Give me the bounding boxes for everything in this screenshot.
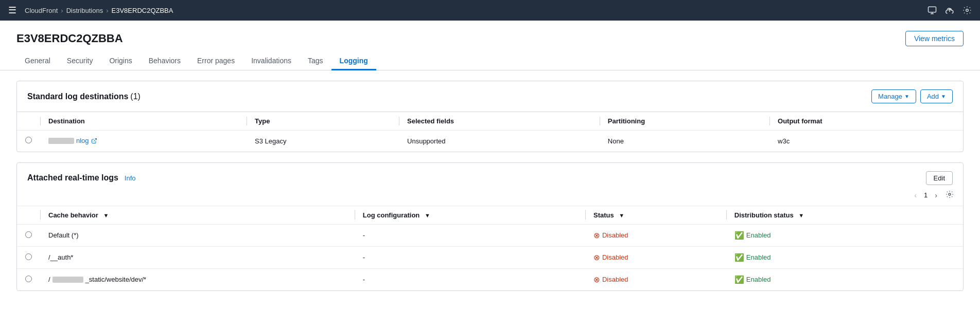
row-destination: nlog — [40, 131, 247, 152]
tab-general[interactable]: General — [16, 52, 59, 70]
hamburger-menu[interactable]: ☰ — [8, 5, 16, 16]
page-title: E3V8ERDC2QZBBA — [16, 32, 123, 45]
rt-col-status: Status ▼ — [585, 206, 726, 225]
rt-col-select — [17, 206, 40, 225]
settings-icon[interactable] — [962, 6, 972, 15]
rt-row3-radio[interactable] — [17, 268, 40, 290]
tabs-bar: General Security Origins Behaviors Error… — [0, 52, 980, 70]
row-partitioning: None — [600, 131, 769, 152]
cloud-upload-icon[interactable] — [945, 6, 954, 15]
disabled-icon: ⊗ — [593, 275, 600, 284]
prev-page-button[interactable]: ‹ — [911, 190, 920, 200]
table-row: nlog S3 Legacy Unsupported None w3c — [17, 131, 963, 152]
redacted-text — [48, 138, 74, 144]
col-destination: Destination — [40, 112, 247, 131]
manage-label: Manage — [878, 93, 902, 100]
screen-icon[interactable] — [927, 6, 937, 15]
next-page-button[interactable]: › — [932, 190, 940, 200]
rt-row1-cache-behavior: Default (*) — [40, 224, 355, 246]
breadcrumb: CloudFront › Distributions › E3V8ERDC2QZ… — [25, 7, 173, 14]
realtime-logs-title: Attached real-time logs — [27, 173, 118, 182]
col-type: Type — [247, 112, 399, 131]
status-label: Disabled — [602, 253, 628, 261]
tab-invalidations[interactable]: Invalidations — [243, 52, 300, 70]
realtime-logs-section: Attached real-time logs Info Edit ‹ 1 › … — [16, 162, 964, 291]
add-caret: ▼ — [941, 94, 946, 99]
row-radio[interactable] — [17, 131, 40, 152]
standard-logs-actions: Manage ▼ Add ▼ — [871, 89, 953, 103]
rt-row1-status: ⊗ Disabled — [585, 224, 726, 246]
rt-col-dist-status: Distribution status ▼ — [726, 206, 963, 225]
realtime-logs-header: Attached real-time logs Info Edit — [17, 163, 963, 185]
tab-error-pages[interactable]: Error pages — [189, 52, 243, 70]
top-navigation: ☰ CloudFront › Distributions › E3V8ERDC2… — [0, 0, 980, 21]
tab-origins[interactable]: Origins — [101, 52, 140, 70]
external-link-icon — [91, 138, 97, 144]
view-metrics-button[interactable]: View metrics — [905, 31, 964, 46]
status-label: Disabled — [602, 276, 628, 283]
svg-point-1 — [966, 9, 969, 12]
enabled-icon: ✅ — [734, 275, 744, 284]
status-sort[interactable]: ▼ — [619, 212, 624, 218]
breadcrumb-current: E3V8ERDC2QZBBA — [112, 7, 173, 14]
page-header: E3V8ERDC2QZBBA View metrics — [0, 21, 980, 52]
realtime-logs-table: Cache behavior ▼ Log configuration ▼ Sta… — [17, 206, 963, 290]
dist-status-sort[interactable]: ▼ — [798, 212, 804, 218]
tab-logging[interactable]: Logging — [331, 52, 376, 70]
row-output-format: w3c — [769, 131, 963, 152]
breadcrumb-distributions[interactable]: Distributions — [66, 7, 103, 14]
table-settings-button[interactable] — [944, 189, 955, 202]
rt-row2-dist-status: ✅ Enabled — [726, 246, 963, 268]
disabled-icon: ⊗ — [593, 231, 600, 240]
rt-row3-status: ⊗ Disabled — [585, 268, 726, 290]
dist-status-label: Enabled — [746, 231, 771, 239]
rt-row3-cache-behavior: /_static/website/dev/* — [40, 268, 355, 290]
rt-row2-status: ⊗ Disabled — [585, 246, 726, 268]
rt-row1-dist-status: ✅ Enabled — [726, 224, 963, 246]
rt-col-log-config: Log configuration ▼ — [355, 206, 585, 225]
manage-button[interactable]: Manage ▼ — [871, 89, 916, 103]
main-content: E3V8ERDC2QZBBA View metrics General Secu… — [0, 21, 980, 329]
top-nav-icons — [927, 6, 972, 15]
pagination-count: 1 — [924, 191, 927, 199]
standard-logs-title-area: Standard log destinations (1) — [27, 92, 141, 101]
standard-logs-title: Standard log destinations — [27, 92, 128, 101]
tab-behaviors[interactable]: Behaviors — [141, 52, 189, 70]
tab-tags[interactable]: Tags — [300, 52, 331, 70]
row-selected-fields: Unsupported — [399, 131, 600, 152]
standard-logs-section: Standard log destinations (1) Manage ▼ A… — [16, 81, 964, 152]
row-type: S3 Legacy — [247, 131, 399, 152]
table-row: Default (*) - ⊗ Disabled ✅ Enabled — [17, 224, 963, 246]
redacted-path — [52, 277, 83, 283]
info-link[interactable]: Info — [125, 174, 136, 182]
breadcrumb-cloudfront[interactable]: CloudFront — [25, 7, 58, 14]
rt-row3-dist-status: ✅ Enabled — [726, 268, 963, 290]
svg-point-3 — [949, 193, 951, 195]
log-config-sort[interactable]: ▼ — [425, 212, 430, 218]
rt-row3-log-config: - — [355, 268, 585, 290]
rt-row2-radio[interactable] — [17, 246, 40, 268]
col-select — [17, 112, 40, 131]
status-badge-disabled: ⊗ Disabled — [593, 253, 718, 262]
disabled-icon: ⊗ — [593, 253, 600, 262]
enabled-icon: ✅ — [734, 231, 744, 240]
pagination-row: ‹ 1 › — [17, 185, 963, 206]
rt-row2-log-config: - — [355, 246, 585, 268]
standard-logs-count: (1) — [130, 92, 141, 101]
add-button[interactable]: Add ▼ — [920, 89, 953, 103]
enabled-icon: ✅ — [734, 253, 744, 262]
dist-status-badge-enabled: ✅ Enabled — [734, 275, 955, 284]
dist-status-badge-enabled: ✅ Enabled — [734, 253, 955, 262]
col-partitioning: Partitioning — [600, 112, 769, 131]
add-label: Add — [927, 93, 939, 100]
status-badge-disabled: ⊗ Disabled — [593, 275, 718, 284]
tab-security[interactable]: Security — [59, 52, 101, 70]
destination-link[interactable]: nlog — [48, 137, 97, 144]
standard-logs-header: Standard log destinations (1) Manage ▼ A… — [17, 81, 963, 112]
svg-line-2 — [94, 138, 97, 141]
status-label: Disabled — [602, 231, 628, 239]
edit-button[interactable]: Edit — [926, 171, 953, 185]
status-badge-disabled: ⊗ Disabled — [593, 231, 718, 240]
cache-behavior-sort[interactable]: ▼ — [103, 212, 109, 218]
rt-row1-radio[interactable] — [17, 224, 40, 246]
